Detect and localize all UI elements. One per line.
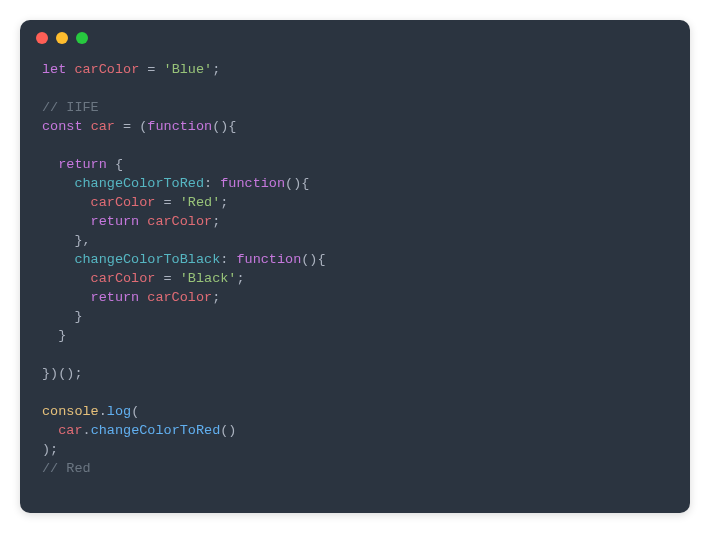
variable-carcolor: carColor — [91, 271, 156, 286]
brace-close: } — [58, 328, 66, 343]
variable-carcolor: carColor — [74, 62, 139, 77]
operator-assign: = — [155, 271, 179, 286]
code-block: let carColor = 'Blue'; // IIFE const car… — [20, 56, 690, 494]
code-window: let carColor = 'Blue'; // IIFE const car… — [20, 20, 690, 513]
keyword-return: return — [91, 214, 140, 229]
variable-car: car — [58, 423, 82, 438]
iife-close: })(); — [42, 366, 83, 381]
comment-red: // Red — [42, 461, 91, 476]
paren-brace: (){ — [285, 176, 309, 191]
variable-carcolor: carColor — [139, 290, 212, 305]
keyword-function: function — [147, 119, 212, 134]
colon: : — [220, 252, 236, 267]
dot: . — [83, 423, 91, 438]
close-icon[interactable] — [36, 32, 48, 44]
string-black: 'Black' — [180, 271, 237, 286]
operator-assign: = — [155, 195, 179, 210]
brace-open: { — [107, 157, 123, 172]
brace-close-comma: }, — [74, 233, 90, 248]
brace-close: } — [74, 309, 82, 324]
keyword-return: return — [58, 157, 107, 172]
maximize-icon[interactable] — [76, 32, 88, 44]
paren-brace: (){ — [212, 119, 236, 134]
dot: . — [99, 404, 107, 419]
keyword-const: const — [42, 119, 83, 134]
method-log: log — [107, 404, 131, 419]
keyword-return: return — [91, 290, 140, 305]
semicolon: ; — [212, 214, 220, 229]
operator-assign: = — [139, 62, 163, 77]
paren-close-semi: ); — [42, 442, 58, 457]
keyword-function: function — [236, 252, 301, 267]
semicolon: ; — [220, 195, 228, 210]
paren-open: ( — [131, 404, 139, 419]
variable-carcolor: carColor — [91, 195, 156, 210]
semicolon: ; — [236, 271, 244, 286]
string-blue: 'Blue' — [164, 62, 213, 77]
string-red: 'Red' — [180, 195, 221, 210]
semicolon: ; — [212, 290, 220, 305]
minimize-icon[interactable] — [56, 32, 68, 44]
keyword-let: let — [42, 62, 66, 77]
operator-assign-paren: = ( — [115, 119, 147, 134]
colon: : — [204, 176, 220, 191]
keyword-function: function — [220, 176, 285, 191]
window-titlebar — [20, 20, 690, 56]
method-changecolortored: changeColorToRed — [91, 423, 221, 438]
property-changecolortored: changeColorToRed — [74, 176, 204, 191]
property-changecolortoblack: changeColorToBlack — [74, 252, 220, 267]
object-console: console — [42, 404, 99, 419]
semicolon: ; — [212, 62, 220, 77]
comment-iife: // IIFE — [42, 100, 99, 115]
paren-brace: (){ — [301, 252, 325, 267]
variable-carcolor: carColor — [139, 214, 212, 229]
variable-car: car — [91, 119, 115, 134]
paren-call: () — [220, 423, 236, 438]
